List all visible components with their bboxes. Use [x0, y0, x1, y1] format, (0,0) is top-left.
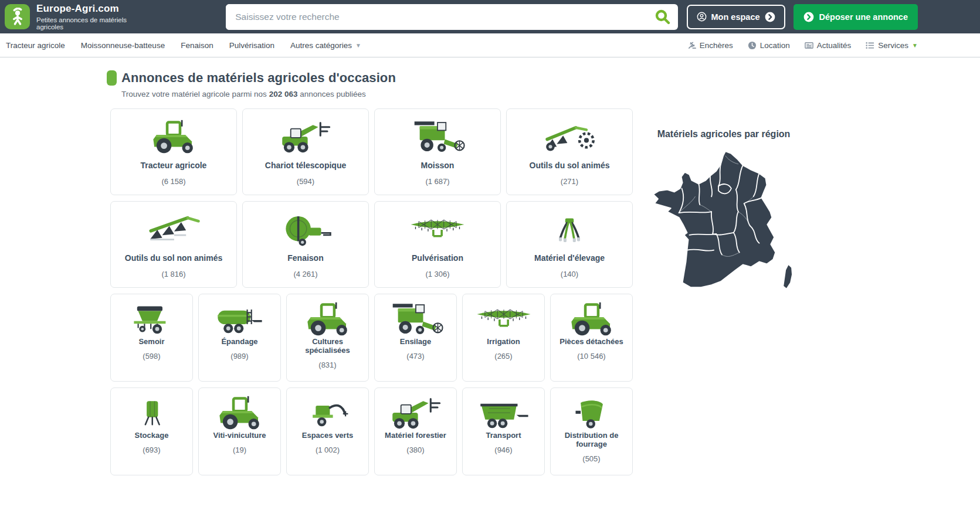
- my-space-button[interactable]: Mon espace: [687, 5, 785, 29]
- user-circle-icon: [697, 12, 707, 22]
- newspaper-icon: [805, 41, 813, 50]
- category-card[interactable]: Pièces détachées (10 546): [550, 294, 633, 382]
- category-label: Épandage: [221, 338, 257, 346]
- mower-icon: [303, 395, 353, 431]
- page-subtitle: Trouvez votre matériel agricole parmi no…: [121, 90, 980, 98]
- category-label: Outils du sol non animés: [125, 253, 222, 263]
- nav-item[interactable]: Location ▼: [748, 41, 790, 50]
- category-card[interactable]: Outils du sol non animés (1 816): [110, 201, 237, 288]
- specialized-tractor-icon: [301, 301, 355, 338]
- category-count: (989): [230, 352, 248, 361]
- category-label: Irrigation: [487, 338, 520, 346]
- search-bar: [226, 4, 677, 30]
- category-card[interactable]: Distribution de fourrage (505): [550, 387, 633, 475]
- category-card[interactable]: Cultures spécialisées (831): [286, 294, 369, 382]
- category-card[interactable]: Moisson (1 687): [374, 108, 501, 195]
- nav-right: Enchères ▼ Location ▼ Actualités ▼ Servi…: [687, 41, 918, 50]
- nav-item[interactable]: Tracteur agricole ▼: [6, 41, 65, 50]
- category-count: (946): [494, 446, 512, 454]
- category-count: (473): [406, 352, 424, 361]
- category-count: (140): [561, 270, 578, 278]
- category-card[interactable]: Matériel forestier (380): [374, 387, 457, 475]
- category-card[interactable]: Espaces verts (1 002): [286, 387, 369, 475]
- baler-icon: [279, 206, 333, 253]
- category-label: Pulvérisation: [412, 253, 463, 263]
- category-count: (1 002): [316, 446, 340, 454]
- category-card[interactable]: Stockage (693): [110, 387, 193, 475]
- category-grid-main: Tracteur agricole (6 158) Chariot télesc…: [110, 108, 634, 288]
- category-count: (505): [582, 454, 600, 463]
- header: Europe-Agri.com Petites annonces de maté…: [0, 0, 980, 33]
- arrow-right-circle-icon: [803, 12, 814, 22]
- france-map[interactable]: [650, 148, 797, 299]
- nav-item[interactable]: Moissonneuse-batteuse ▼: [81, 41, 165, 50]
- nav-item[interactable]: Pulvérisation ▼: [229, 41, 274, 50]
- nav-item[interactable]: Fenaison ▼: [181, 41, 213, 50]
- category-card[interactable]: Viti-viniculture (19): [198, 387, 281, 475]
- category-card[interactable]: Fenaison (4 261): [242, 201, 369, 288]
- category-label: Ensilage: [400, 338, 431, 346]
- nav-item[interactable]: Autres catégories ▼: [290, 41, 361, 50]
- category-card[interactable]: Matériel d'élevage (140): [506, 201, 633, 288]
- chevron-down-icon: ▼: [912, 42, 918, 49]
- category-count: (693): [143, 446, 160, 454]
- logo-icon: [5, 4, 30, 29]
- sprayer-boom-icon: [408, 206, 467, 253]
- chevron-down-icon: ▼: [355, 42, 361, 49]
- category-count: (594): [297, 177, 314, 186]
- category-label: Moisson: [421, 161, 455, 170]
- arrow-right-circle-icon: [765, 12, 775, 22]
- irrigation-boom-icon: [474, 301, 534, 338]
- region-section: Matériels agricoles par région: [649, 129, 799, 301]
- category-count: (1 306): [425, 270, 449, 278]
- category-count: (380): [406, 446, 424, 454]
- category-nav: Tracteur agricole ▼ Moissonneuse-batteus…: [0, 33, 980, 57]
- site-tagline: Petites annonces de matériels agricoles: [36, 16, 148, 30]
- forage-harvester-icon: [386, 301, 445, 338]
- logo[interactable]: Europe-Agri.com Petites annonces de maté…: [5, 3, 148, 30]
- search-input[interactable]: [226, 4, 647, 30]
- category-card[interactable]: Épandage (989): [198, 294, 281, 382]
- category-label: Semoir: [138, 338, 164, 346]
- category-card[interactable]: Transport (946): [462, 387, 545, 475]
- powered-tillage-icon: [542, 114, 597, 161]
- seeder-icon: [126, 301, 178, 338]
- post-ad-button[interactable]: Déposer une annonce: [794, 4, 918, 30]
- tractor-icon: [147, 114, 201, 161]
- category-label: Distribution de fourrage: [553, 431, 630, 449]
- category-count: (265): [494, 352, 512, 361]
- category-label: Fenaison: [287, 253, 323, 263]
- telehandler-icon: [278, 114, 333, 161]
- category-label: Viti-viniculture: [213, 431, 266, 440]
- category-count: (1 687): [425, 177, 449, 186]
- category-count: (598): [143, 352, 160, 361]
- search-icon: [655, 9, 670, 25]
- plow-icon: [145, 206, 202, 253]
- gavel-icon: [687, 41, 696, 50]
- region-section-title: Matériels agricoles par région: [649, 129, 799, 140]
- category-card[interactable]: Pulvérisation (1 306): [374, 201, 501, 288]
- category-label: Chariot télescopique: [265, 161, 346, 170]
- nav-item[interactable]: Services ▼: [866, 41, 918, 50]
- category-card[interactable]: Outils du sol animés (271): [506, 108, 633, 195]
- category-count: (831): [318, 361, 336, 369]
- category-card[interactable]: Ensilage (473): [374, 294, 457, 382]
- trailer-icon: [476, 395, 531, 431]
- forestry-crane-icon: [388, 395, 443, 431]
- category-card[interactable]: Tracteur agricole (6 158): [110, 108, 237, 195]
- livestock-claw-icon: [548, 206, 591, 253]
- nav-item[interactable]: Actualités ▼: [805, 41, 852, 50]
- category-card[interactable]: Chariot télescopique (594): [242, 108, 369, 195]
- list-icon: [866, 41, 874, 50]
- category-card[interactable]: Semoir (598): [110, 294, 193, 382]
- nav-item[interactable]: Enchères ▼: [687, 41, 733, 50]
- category-card[interactable]: Irrigation (265): [462, 294, 545, 382]
- category-count: (10 546): [577, 352, 605, 361]
- post-ad-label: Déposer une annonce: [819, 12, 908, 22]
- category-label: Matériel d'élevage: [534, 253, 605, 263]
- title-accent-marker: [107, 70, 117, 86]
- search-button[interactable]: [647, 4, 678, 30]
- spreader-tank-icon: [212, 301, 267, 338]
- category-label: Cultures spécialisées: [289, 338, 366, 355]
- vineyard-tractor-icon: [213, 395, 267, 431]
